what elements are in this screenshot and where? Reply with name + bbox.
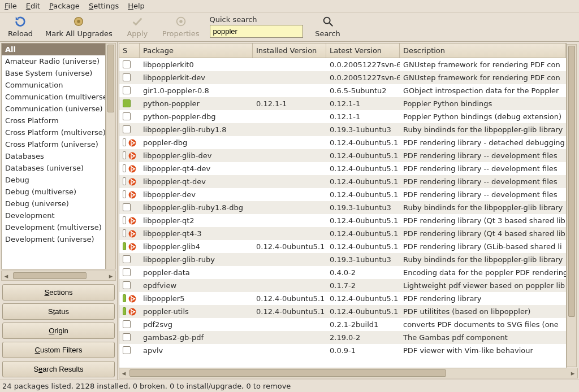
table-row[interactable]: python-poppler-dbg0.12.1-1Poppler Python… <box>119 110 566 123</box>
sidebar-item[interactable]: All <box>2 43 105 55</box>
status-checkbox[interactable] <box>123 333 131 341</box>
status-checkbox[interactable] <box>123 164 126 172</box>
sidebar-item[interactable]: Communication (universe) <box>2 103 105 115</box>
status-checkbox[interactable] <box>123 346 131 354</box>
status-checkbox[interactable] <box>123 268 131 276</box>
status-checkbox[interactable] <box>123 307 126 315</box>
header-status[interactable]: S <box>119 43 140 58</box>
table-row[interactable]: libpoppler-glib-ruby1.8-dbg0.19.3-1ubunt… <box>119 201 566 214</box>
sidebar-item[interactable]: Debug (universe) <box>2 198 105 210</box>
scrollbar-thumb[interactable] <box>13 272 87 279</box>
table-row[interactable]: libpoppler-qt-dev0.12.4-0ubuntu5.1PDF re… <box>119 175 566 188</box>
status-checkbox[interactable] <box>123 216 126 224</box>
table-vscroll[interactable] <box>567 44 577 367</box>
category-hscroll[interactable]: ◂ ▸ <box>1 271 116 281</box>
scroll-left-icon[interactable]: ◂ <box>119 368 128 378</box>
origin-button[interactable]: Origin <box>2 323 115 339</box>
sidebar-item[interactable]: Communication (multiverse) <box>2 91 105 103</box>
status-checkbox[interactable] <box>123 229 126 237</box>
svg-point-45 <box>131 248 132 250</box>
status-checkbox[interactable] <box>123 242 126 250</box>
status-checkbox[interactable] <box>123 99 131 107</box>
scroll-right-icon[interactable]: ▸ <box>568 368 577 378</box>
status-checkbox[interactable] <box>123 190 126 198</box>
sections-button[interactable]: Sections <box>2 284 115 300</box>
status-checkbox[interactable] <box>123 281 131 289</box>
status-checkbox[interactable] <box>123 112 131 120</box>
status-checkbox[interactable] <box>123 255 131 263</box>
sidebar-item[interactable]: Cross Platform (universe) <box>2 138 105 150</box>
sidebar-item[interactable]: Development <box>2 210 105 221</box>
header-installed[interactable]: Installed Version <box>253 43 326 58</box>
table-hscroll[interactable]: ◂ ▸ <box>119 368 578 378</box>
scrollbar-thumb[interactable] <box>129 369 446 377</box>
scroll-right-icon[interactable]: ▸ <box>106 271 115 280</box>
table-row[interactable]: libpoppler-dev0.12.4-0ubuntu5.1PDF rende… <box>119 188 566 201</box>
table-row[interactable]: libpoppler-glib-ruby0.19.3-1ubuntu3Ruby … <box>119 253 566 266</box>
category-scrollbar[interactable] <box>106 43 116 269</box>
sidebar-item[interactable]: Amateur Radio (universe) <box>2 55 105 67</box>
table-row[interactable]: gambas2-gb-pdf2.19.0-2The Gambas pdf com… <box>119 331 566 344</box>
menu-help[interactable]: Help <box>128 2 145 10</box>
table-row[interactable]: libpoppler-qt20.12.4-0ubuntu5.1PDF rende… <box>119 214 566 227</box>
quick-search-input[interactable] <box>210 25 303 38</box>
cell-description: Poppler Python bindings <box>400 99 566 108</box>
sidebar-item[interactable]: Databases (universe) <box>2 162 105 174</box>
category-list[interactable]: AllAmateur Radio (universe)Base System (… <box>1 43 106 269</box>
sidebar-item[interactable]: Cross Platform (multiverse) <box>2 127 105 138</box>
table-row[interactable]: python-poppler0.12.1-10.12.1-1Poppler Py… <box>119 97 566 110</box>
custom-filters-button[interactable]: Custom Filters <box>2 342 115 358</box>
sidebar-item[interactable]: Development (multiverse) <box>2 221 105 233</box>
scrollbar-thumb[interactable] <box>107 45 114 112</box>
scrollbar-thumb[interactable] <box>568 46 575 317</box>
header-latest[interactable]: Latest Version <box>326 43 400 58</box>
table-row[interactable]: libpopplerkit00.0.20051227svn-6GNUstep f… <box>119 58 566 71</box>
cell-latest: 0.12.4-0ubuntu5.1 <box>326 294 400 303</box>
scroll-left-icon[interactable]: ◂ <box>2 271 11 280</box>
header-package[interactable]: Package <box>140 43 253 58</box>
table-row[interactable]: libpoppler50.12.4-0ubuntu5.10.12.4-0ubun… <box>119 292 566 305</box>
status-checkbox[interactable] <box>123 125 131 133</box>
sidebar-item[interactable]: Debug <box>2 174 105 186</box>
status-checkbox[interactable] <box>123 151 126 159</box>
properties-button: Properties <box>162 15 200 38</box>
status-checkbox[interactable] <box>123 73 131 81</box>
menu-package[interactable]: Package <box>49 2 80 10</box>
table-row[interactable]: poppler-utils0.12.4-0ubuntu5.10.12.4-0ub… <box>119 305 566 318</box>
status-checkbox[interactable] <box>123 138 126 146</box>
sidebar-item[interactable]: Base System (universe) <box>2 67 105 79</box>
sidebar-item[interactable]: Development (universe) <box>2 233 105 245</box>
status-checkbox[interactable] <box>123 203 131 211</box>
menu-file[interactable]: File <box>5 2 17 10</box>
search-results-button[interactable]: Search Results <box>2 361 115 377</box>
table-row[interactable]: libpoppler-glib-ruby1.80.19.3-1ubuntu3Ru… <box>119 123 566 136</box>
mark-all-button[interactable]: Mark All Upgrades <box>45 15 113 38</box>
table-row[interactable]: libpoppler-qt4-dev0.12.4-0ubuntu5.1PDF r… <box>119 162 566 175</box>
status-button[interactable]: Status <box>2 303 115 320</box>
status-checkbox[interactable] <box>123 86 131 94</box>
reload-button[interactable]: Reload <box>6 15 35 38</box>
sidebar-item[interactable]: Databases <box>2 150 105 162</box>
table-row[interactable]: apvlv0.0.9-1PDF viewer with Vim-like beh… <box>119 344 566 357</box>
header-description[interactable]: Description <box>400 43 566 58</box>
table-row[interactable]: epdfview0.1.7-2Lightweight pdf viewer ba… <box>119 279 566 292</box>
cell-latest: 0.2.1-2build1 <box>326 320 400 329</box>
status-checkbox[interactable] <box>123 320 131 328</box>
status-checkbox[interactable] <box>123 60 131 68</box>
table-row[interactable]: poppler-dbg0.12.4-0ubuntu5.1PDF renderin… <box>119 136 566 149</box>
sidebar-item[interactable]: Debug (multiverse) <box>2 186 105 198</box>
status-checkbox[interactable] <box>123 294 126 302</box>
search-button[interactable]: Search <box>313 15 343 38</box>
menu-settings[interactable]: Settings <box>89 2 119 10</box>
table-row[interactable]: libpoppler-glib-dev0.12.4-0ubuntu5.1PDF … <box>119 149 566 162</box>
sidebar-item[interactable]: Communication <box>2 79 105 91</box>
table-row[interactable]: libpoppler-glib40.12.4-0ubuntu5.10.12.4-… <box>119 240 566 253</box>
menu-edit[interactable]: Edit <box>26 2 40 10</box>
table-row[interactable]: libpoppler-qt4-30.12.4-0ubuntu5.1PDF ren… <box>119 227 566 240</box>
table-row[interactable]: pdf2svg0.2.1-2build1converts PDF documen… <box>119 318 566 331</box>
table-row[interactable]: gir1.0-poppler-0.80.6.5-5ubuntu2GObject … <box>119 84 566 97</box>
table-row[interactable]: libpopplerkit-dev0.0.20051227svn-6GNUste… <box>119 71 566 84</box>
table-row[interactable]: poppler-data0.4.0-2Encoding data for the… <box>119 266 566 279</box>
status-checkbox[interactable] <box>123 177 126 185</box>
sidebar-item[interactable]: Cross Platform <box>2 115 105 127</box>
